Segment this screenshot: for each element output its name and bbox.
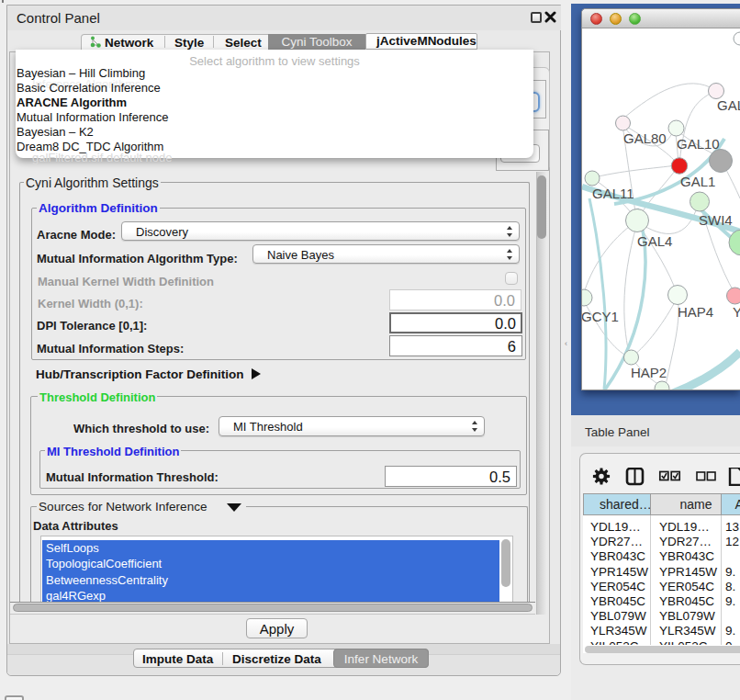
svg-text:GAL80: GAL80 xyxy=(623,130,667,146)
svg-text:GAL11: GAL11 xyxy=(592,186,634,201)
svg-text:HAP4: HAP4 xyxy=(678,304,713,320)
svg-text:GAL4: GAL4 xyxy=(637,233,672,249)
svg-text:GCY1: GCY1 xyxy=(582,309,619,324)
svg-text:SWI4: SWI4 xyxy=(699,212,733,228)
svg-text:GAL1: GAL1 xyxy=(680,174,715,189)
svg-text:GAL: GAL xyxy=(717,97,740,113)
svg-text:Y: Y xyxy=(733,304,740,320)
svg-text:GAL10: GAL10 xyxy=(677,136,720,152)
svg-text:HAP2: HAP2 xyxy=(631,365,667,380)
